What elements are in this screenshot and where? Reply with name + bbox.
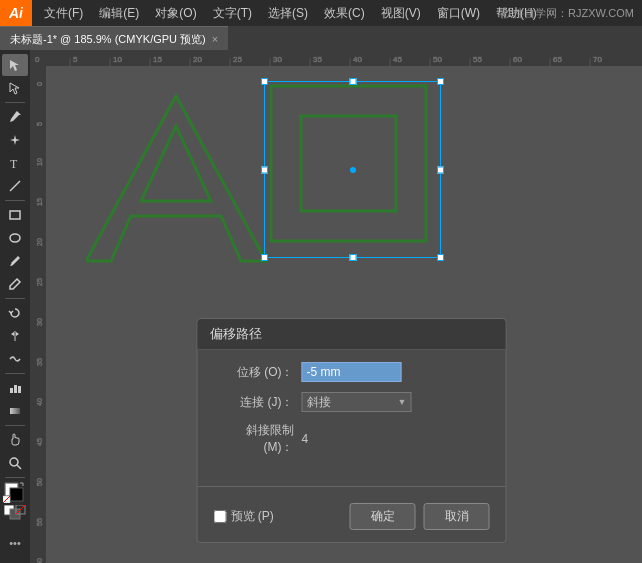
tool-direct-selection[interactable] <box>2 77 28 99</box>
app-logo: Ai <box>0 0 32 26</box>
svg-text:25: 25 <box>36 278 43 286</box>
handle-ml[interactable] <box>261 166 268 173</box>
svg-text:10: 10 <box>113 55 122 64</box>
menu-text[interactable]: 文字(T) <box>205 0 260 26</box>
menu-window[interactable]: 窗口(W) <box>429 0 488 26</box>
svg-rect-9 <box>18 386 21 393</box>
svg-text:65: 65 <box>553 55 562 64</box>
dialog-body: 位移 (O)： 连接 (J)： 斜接 圆角 斜角 斜接限制 (M)： <box>198 350 506 478</box>
svg-text:55: 55 <box>36 518 43 526</box>
separator-6 <box>5 477 25 478</box>
svg-text:5: 5 <box>36 122 43 126</box>
handle-bl[interactable] <box>261 254 268 261</box>
handle-br[interactable] <box>437 254 444 261</box>
canvas-area[interactable]: 0 5 10 15 20 25 30 35 40 <box>30 50 642 563</box>
cancel-button[interactable]: 取消 <box>424 503 490 530</box>
separator-2 <box>5 200 25 201</box>
join-label: 连接 (J)： <box>214 394 294 411</box>
svg-point-11 <box>10 458 18 466</box>
join-select[interactable]: 斜接 圆角 斜角 <box>302 392 412 412</box>
svg-rect-15 <box>10 488 23 501</box>
main-layout: T <box>0 50 642 563</box>
tool-gradient[interactable] <box>2 400 28 422</box>
selection-box <box>264 81 441 258</box>
ok-button[interactable]: 确定 <box>350 503 416 530</box>
menu-edit[interactable]: 编辑(E) <box>91 0 147 26</box>
handle-mr[interactable] <box>437 166 444 173</box>
tool-reflect[interactable] <box>2 325 28 347</box>
svg-line-1 <box>10 181 20 191</box>
svg-text:45: 45 <box>393 55 402 64</box>
letter-a-shape <box>86 86 286 286</box>
tab-bar: 未标题-1* @ 185.9% (CMYK/GPU 预览) × <box>0 26 642 50</box>
ruler-top: 0 5 10 15 20 25 30 35 40 <box>30 50 642 66</box>
svg-text:60: 60 <box>36 558 43 563</box>
svg-text:50: 50 <box>433 55 442 64</box>
preview-checkbox[interactable] <box>214 510 227 523</box>
menu-object[interactable]: 对象(O) <box>147 0 204 26</box>
svg-text:20: 20 <box>193 55 202 64</box>
svg-text:40: 40 <box>353 55 362 64</box>
menu-select[interactable]: 选择(S) <box>260 0 316 26</box>
tool-graph[interactable] <box>2 377 28 399</box>
svg-text:10: 10 <box>36 158 43 166</box>
tool-hand[interactable] <box>2 429 28 451</box>
preview-label: 预览 (P) <box>231 508 274 525</box>
handle-bm[interactable] <box>349 254 356 261</box>
menu-file[interactable]: 文件(F) <box>36 0 91 26</box>
svg-text:30: 30 <box>273 55 282 64</box>
tool-pencil[interactable] <box>2 273 28 295</box>
tool-warp[interactable] <box>2 348 28 370</box>
tool-rectangle[interactable] <box>2 204 28 226</box>
tab-label: 未标题-1* @ 185.9% (CMYK/GPU 预览) <box>10 27 206 51</box>
svg-rect-8 <box>14 385 17 393</box>
svg-text:70: 70 <box>593 55 602 64</box>
join-select-wrapper: 斜接 圆角 斜角 <box>302 392 412 412</box>
toolbar: T <box>0 50 30 563</box>
svg-line-12 <box>17 465 21 469</box>
color-mode-buttons[interactable] <box>3 504 27 524</box>
svg-text:5: 5 <box>73 55 78 64</box>
handle-tr[interactable] <box>437 78 444 85</box>
svg-rect-10 <box>10 408 20 414</box>
svg-marker-5 <box>11 332 14 336</box>
svg-text:35: 35 <box>36 358 43 366</box>
tool-ellipse[interactable] <box>2 227 28 249</box>
tool-add-anchor[interactable] <box>2 129 28 151</box>
svg-text:45: 45 <box>36 438 43 446</box>
join-row: 连接 (J)： 斜接 圆角 斜角 <box>214 392 490 412</box>
svg-text:T: T <box>10 157 18 170</box>
tool-selection[interactable] <box>2 54 28 76</box>
svg-text:60: 60 <box>513 55 522 64</box>
preview-checkbox-label[interactable]: 预览 (P) <box>214 508 342 525</box>
position-input[interactable] <box>302 362 402 382</box>
separator-5 <box>5 425 25 426</box>
handle-tl[interactable] <box>261 78 268 85</box>
active-tab[interactable]: 未标题-1* @ 185.9% (CMYK/GPU 预览) × <box>0 26 228 50</box>
watermark: 软件自学网：RJZXW.COM <box>502 6 634 21</box>
tool-paintbrush[interactable] <box>2 250 28 272</box>
separator-3 <box>5 298 25 299</box>
tool-type[interactable]: T <box>2 152 28 174</box>
miter-row: 斜接限制 (M)： 4 <box>214 422 490 456</box>
svg-rect-52 <box>30 66 46 563</box>
svg-text:20: 20 <box>36 238 43 246</box>
menu-view[interactable]: 视图(V) <box>373 0 429 26</box>
position-row: 位移 (O)： <box>214 362 490 382</box>
menu-effect[interactable]: 效果(C) <box>316 0 373 26</box>
handle-tm[interactable] <box>349 78 356 85</box>
svg-marker-6 <box>16 332 19 336</box>
tool-zoom[interactable] <box>2 452 28 474</box>
tool-more[interactable]: ••• <box>2 532 28 554</box>
tool-rotate[interactable] <box>2 302 28 324</box>
tool-line[interactable] <box>2 175 28 197</box>
svg-text:15: 15 <box>153 55 162 64</box>
tool-pen[interactable] <box>2 106 28 128</box>
fill-stroke-colors[interactable] <box>3 481 27 503</box>
svg-text:0: 0 <box>36 82 43 86</box>
svg-text:35: 35 <box>313 55 322 64</box>
position-label: 位移 (O)： <box>214 364 294 381</box>
separator-1 <box>5 102 25 103</box>
menu-bar: 文件(F) 编辑(E) 对象(O) 文字(T) 选择(S) 效果(C) 视图(V… <box>32 0 642 26</box>
tab-close-button[interactable]: × <box>212 27 218 51</box>
